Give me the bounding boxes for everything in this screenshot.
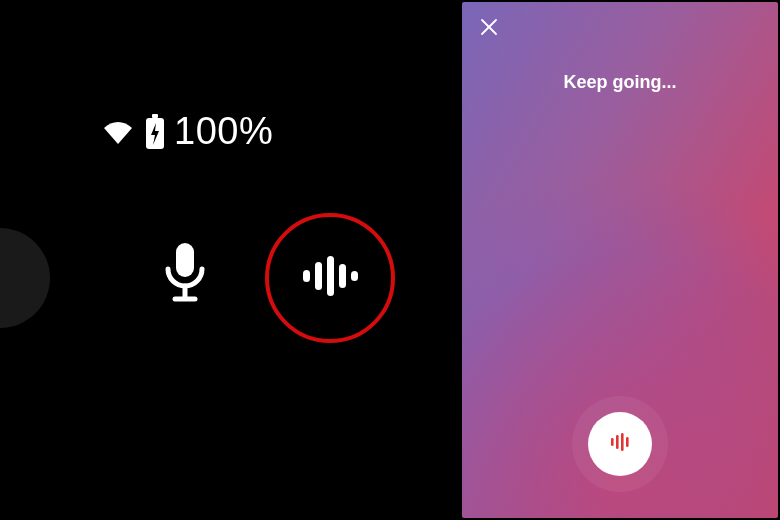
svg-rect-14 (621, 433, 624, 451)
battery-charging-icon (144, 114, 166, 150)
svg-rect-6 (315, 262, 322, 290)
svg-rect-0 (152, 114, 158, 118)
listening-prompt: Keep going... (462, 72, 778, 93)
svg-rect-7 (327, 256, 334, 296)
svg-rect-2 (176, 243, 194, 277)
highlight-circle (265, 213, 395, 343)
sound-bars-small-icon (610, 433, 630, 455)
voice-input-button[interactable] (145, 235, 225, 315)
svg-rect-15 (626, 437, 629, 447)
svg-rect-12 (611, 438, 614, 446)
wifi-icon (100, 118, 136, 146)
screenshot-stage: 100% (0, 0, 780, 520)
svg-rect-8 (339, 264, 346, 288)
status-bar: 100% (100, 110, 273, 153)
svg-rect-9 (351, 271, 358, 281)
svg-rect-13 (616, 435, 619, 449)
microphone-icon (162, 241, 208, 309)
close-icon (480, 18, 498, 40)
svg-rect-5 (303, 270, 310, 282)
left-edge-handle[interactable] (0, 228, 50, 328)
battery-percent-text: 100% (174, 110, 273, 153)
left-panel: 100% (0, 0, 460, 520)
listening-screen: Keep going... (462, 2, 778, 518)
listening-indicator-button[interactable] (588, 412, 652, 476)
song-identify-button[interactable] (269, 217, 391, 339)
sound-bars-icon (301, 254, 359, 302)
close-button[interactable] (476, 16, 502, 42)
